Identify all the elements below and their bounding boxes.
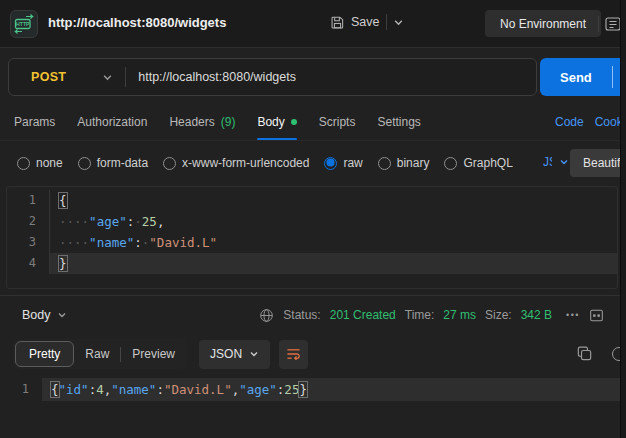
copy-response-button[interactable] [576, 345, 593, 362]
method-chevron-down-icon[interactable] [102, 72, 113, 83]
radio-label: form-data [97, 156, 148, 170]
tab-authorization[interactable]: Authorization [77, 104, 147, 140]
save-button[interactable]: Save [351, 15, 380, 29]
response-format-dropdown[interactable]: JSON [199, 340, 270, 369]
radio-circle [78, 157, 91, 170]
top-bar: HTTP http://localhost:8080/widgets Save … [0, 0, 626, 48]
request-url-row: POST http://localhost:8080/widgets Send [0, 49, 626, 104]
more-actions-icon[interactable]: ••• [566, 310, 580, 320]
tab-label: Params [14, 115, 55, 129]
send-split-divider [612, 66, 613, 88]
code-line[interactable]: 2····"age":·25, [7, 211, 617, 232]
line-number: 1 [0, 378, 42, 401]
tab-body[interactable]: Body [257, 104, 296, 140]
format-label: JSON [210, 347, 242, 361]
radio-label: GraphQL [463, 156, 512, 170]
request-body-editor[interactable]: 1{2····"age":·25,3····"name":·"David.L"4… [6, 186, 618, 289]
radio-circle [17, 157, 30, 170]
word-wrap-icon [286, 347, 301, 361]
response-body-label: Body [22, 308, 51, 322]
line-number: 1 [7, 190, 49, 211]
http-request-icon: HTTP [10, 10, 38, 38]
time-value[interactable]: 27 ms [443, 308, 476, 322]
radio-none[interactable]: none [17, 156, 63, 170]
chevron-down-icon [559, 157, 569, 167]
window-edge [620, 0, 626, 438]
line-number: 3 [7, 232, 49, 253]
postman-window: HTTP http://localhost:8080/widgets Save … [0, 0, 626, 438]
tab-label: Body [257, 115, 284, 129]
copy-icon [576, 345, 593, 362]
view-pretty[interactable]: Pretty [15, 341, 74, 367]
radio-circle [378, 157, 391, 170]
network-globe-icon[interactable] [259, 308, 274, 323]
beautify-button[interactable]: Beautify [570, 149, 626, 177]
response-meta-row: Body Status: 201 Created Time: 27 ms Siz… [0, 296, 626, 334]
radio-circle [163, 157, 176, 170]
radio-x-www-form-urlencoded[interactable]: x-www-form-urlencoded [163, 156, 309, 170]
line-number: 2 [7, 211, 49, 232]
view-raw[interactable]: Raw [74, 341, 120, 367]
code-content: { [49, 190, 617, 211]
body-type-row: none form-data x-www-form-urlencoded raw… [0, 141, 626, 185]
raw-language-dropdown[interactable]: JSON [543, 155, 569, 169]
save-options-chevron-down-icon[interactable] [393, 17, 404, 28]
body-modified-dot [291, 119, 297, 125]
tab-label: Settings [377, 115, 420, 129]
tab-label: Scripts [319, 115, 356, 129]
radio-circle [444, 157, 457, 170]
url-input[interactable]: http://localhost:8080/widgets [138, 70, 296, 84]
environment-selector[interactable]: No Environment [485, 10, 601, 37]
headers-count-badge: (9) [221, 115, 236, 129]
expand-response-icon[interactable] [589, 308, 604, 323]
method-selector[interactable]: POST [31, 70, 66, 84]
radio-label: binary [397, 156, 430, 170]
radio-circle-selected [324, 157, 337, 170]
save-icon [330, 15, 345, 30]
tab-scripts[interactable]: Scripts [319, 104, 356, 140]
tab-label: Headers [169, 115, 214, 129]
svg-text:HTTP: HTTP [16, 21, 30, 27]
tab-label: Authorization [77, 115, 147, 129]
code-content: ····"name":·"David.L" [49, 232, 617, 253]
line-number: 4 [7, 253, 49, 274]
view-preview[interactable]: Preview [121, 341, 186, 367]
code-line[interactable]: 4} [7, 253, 617, 274]
code-line[interactable]: 3····"name":·"David.L" [7, 232, 617, 253]
environment-label: No Environment [500, 17, 586, 31]
environment-quick-look-icon[interactable] [605, 16, 621, 32]
request-tab-title[interactable]: http://localhost:8080/widgets [48, 15, 226, 30]
http-icon: HTTP [12, 12, 36, 36]
chevron-down-icon [249, 349, 259, 359]
size-value[interactable]: 342 B [521, 308, 552, 322]
divider [386, 14, 387, 30]
wrap-lines-button[interactable] [279, 340, 308, 369]
divider [125, 67, 126, 87]
size-label: Size: [485, 308, 512, 322]
response-view-toolbar: Pretty Raw Preview JSON [0, 336, 626, 372]
code-content: } [49, 253, 617, 274]
status-value[interactable]: 201 Created [330, 308, 396, 322]
radio-label: x-www-form-urlencoded [182, 156, 309, 170]
radio-graphql[interactable]: GraphQL [444, 156, 512, 170]
tab-params[interactable]: Params [14, 104, 55, 140]
send-label: Send [560, 70, 592, 85]
send-button[interactable]: Send [540, 58, 626, 96]
status-label: Status: [283, 308, 320, 322]
chevron-down-icon [57, 310, 67, 320]
view-switcher: Pretty Raw Preview [13, 339, 188, 369]
code-line[interactable]: 1{"id":4,"name":"David.L","age":25} [0, 378, 626, 401]
response-body-viewer[interactable]: 1{"id":4,"name":"David.L","age":25} [0, 374, 626, 438]
radio-label: raw [343, 156, 362, 170]
response-body-dropdown[interactable]: Body [22, 308, 67, 322]
radio-raw[interactable]: raw [324, 156, 362, 170]
radio-label: none [36, 156, 63, 170]
tab-settings[interactable]: Settings [377, 104, 420, 140]
radio-form-data[interactable]: form-data [78, 156, 148, 170]
radio-binary[interactable]: binary [378, 156, 430, 170]
code-line[interactable]: 1{ [7, 190, 617, 211]
request-tabs: Params Authorization Headers (9) Body Sc… [0, 104, 626, 141]
code-link[interactable]: Code [555, 115, 584, 129]
url-container: POST http://localhost:8080/widgets [8, 58, 537, 96]
tab-headers[interactable]: Headers (9) [169, 104, 235, 140]
